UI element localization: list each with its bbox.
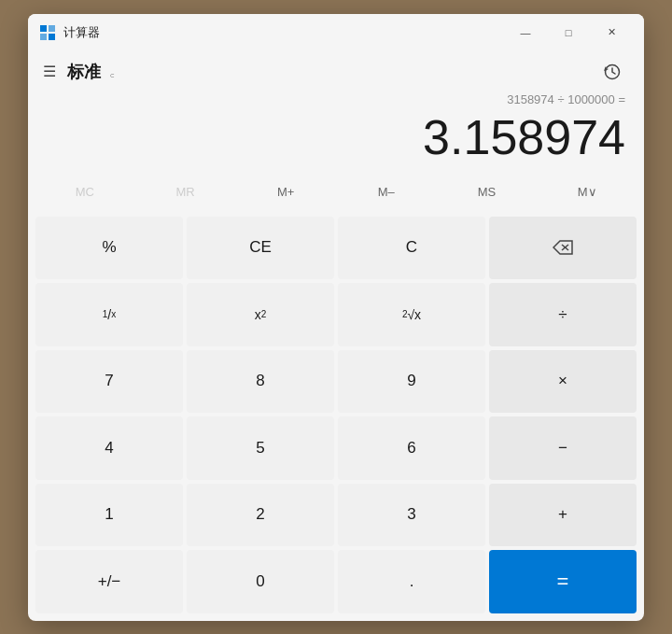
add-key[interactable]: +: [489, 484, 637, 546]
percent-key[interactable]: %: [35, 217, 183, 279]
title-bar: 计算器 — □ ✕: [28, 14, 644, 51]
svg-rect-0: [40, 25, 47, 32]
maximize-button[interactable]: □: [547, 18, 590, 48]
ce-key[interactable]: CE: [187, 217, 334, 279]
one-key[interactable]: 1: [35, 484, 183, 546]
ms-button[interactable]: MS: [438, 176, 537, 209]
two-key[interactable]: 2: [187, 484, 334, 546]
divide-key[interactable]: ÷: [489, 283, 637, 345]
mc-button[interactable]: MC: [35, 176, 134, 209]
keypad-row-6: +/− 0 . =: [35, 550, 637, 613]
mr-button[interactable]: MR: [136, 176, 235, 209]
keypad-row-1: % CE C: [35, 217, 637, 279]
subtract-key[interactable]: −: [489, 416, 637, 479]
memory-row: MC MR M+ M– MS M∨: [28, 172, 644, 213]
minimize-button[interactable]: —: [504, 18, 547, 48]
keypad: % CE C 1/x x2 2√x ÷ 7 8 9 ×: [28, 213, 644, 621]
svg-rect-3: [49, 34, 55, 40]
close-button[interactable]: ✕: [590, 18, 633, 48]
mv-button[interactable]: M∨: [538, 176, 637, 209]
app-title: 计算器: [63, 24, 504, 41]
keypad-row-2: 1/x x2 2√x ÷: [35, 283, 637, 345]
subtitle-icon: ꜀: [110, 63, 114, 79]
expression-display: 3158974 ÷ 1000000 =: [43, 92, 629, 111]
keypad-row-5: 1 2 3 +: [35, 484, 637, 546]
seven-key[interactable]: 7: [35, 350, 183, 413]
multiply-key[interactable]: ×: [489, 350, 637, 413]
mminus-button[interactable]: M–: [337, 176, 436, 209]
square-key[interactable]: x2: [187, 283, 334, 345]
five-key[interactable]: 5: [187, 416, 334, 479]
result-display: 3.158974: [43, 111, 629, 164]
six-key[interactable]: 6: [338, 416, 485, 479]
menu-icon[interactable]: ☰: [43, 63, 56, 80]
c-key[interactable]: C: [338, 217, 485, 279]
backspace-key[interactable]: [489, 217, 637, 279]
calc-mode-title: 标准: [67, 61, 101, 83]
history-button[interactable]: [595, 55, 629, 89]
reciprocal-key[interactable]: 1/x: [35, 283, 183, 345]
keypad-row-4: 4 5 6 −: [35, 416, 637, 479]
calc-header: ☰ 标准 ꜀: [28, 51, 644, 92]
keypad-row-3: 7 8 9 ×: [35, 350, 637, 413]
nine-key[interactable]: 9: [338, 350, 485, 413]
four-key[interactable]: 4: [35, 416, 183, 479]
decimal-key[interactable]: .: [338, 550, 485, 613]
svg-marker-5: [553, 241, 572, 254]
zero-key[interactable]: 0: [187, 550, 334, 613]
calculator-window: 计算器 — □ ✕ ☰ 标准 ꜀ 3158974 ÷ 1000000 = 3.1…: [28, 14, 644, 621]
window-controls: — □ ✕: [504, 18, 633, 48]
app-icon: [39, 24, 56, 41]
sqrt-key[interactable]: 2√x: [338, 283, 485, 345]
mplus-button[interactable]: M+: [236, 176, 335, 209]
negate-key[interactable]: +/−: [35, 550, 183, 613]
svg-rect-1: [49, 25, 55, 32]
display-area: 3158974 ÷ 1000000 = 3.158974: [28, 92, 644, 172]
svg-rect-2: [40, 34, 47, 40]
three-key[interactable]: 3: [338, 484, 485, 546]
equals-key[interactable]: =: [489, 550, 637, 613]
eight-key[interactable]: 8: [187, 350, 334, 413]
